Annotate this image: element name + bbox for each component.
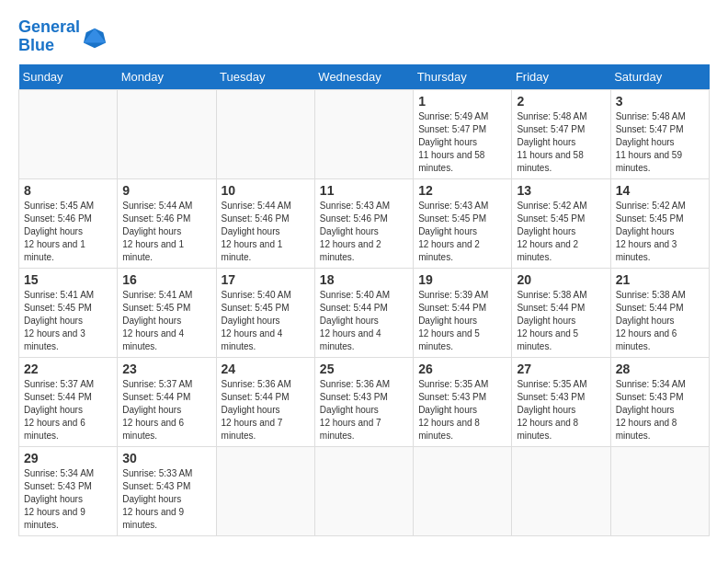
calendar-cell <box>314 89 413 178</box>
day-info: Sunrise: 5:49 AM Sunset: 5:47 PM Dayligh… <box>418 110 506 175</box>
day-number: 26 <box>418 362 506 376</box>
calendar-cell: 17 Sunrise: 5:40 AM Sunset: 5:45 PM Dayl… <box>216 268 314 357</box>
calendar-cell: 16 Sunrise: 5:41 AM Sunset: 5:45 PM Dayl… <box>118 268 216 357</box>
day-info: Sunrise: 5:37 AM Sunset: 5:44 PM Dayligh… <box>122 378 210 442</box>
day-info: Sunrise: 5:40 AM Sunset: 5:45 PM Dayligh… <box>222 289 310 353</box>
week-row-1: 8 Sunrise: 5:45 AM Sunset: 5:46 PM Dayli… <box>19 178 710 268</box>
dow-thursday: Thursday <box>414 64 512 90</box>
day-info: Sunrise: 5:43 AM Sunset: 5:45 PM Dayligh… <box>418 200 506 264</box>
day-info: Sunrise: 5:34 AM Sunset: 5:43 PM Dayligh… <box>616 378 704 442</box>
calendar-cell <box>414 446 512 535</box>
day-info: Sunrise: 5:41 AM Sunset: 5:45 PM Dayligh… <box>24 289 112 353</box>
day-number: 21 <box>616 272 704 287</box>
day-info: Sunrise: 5:36 AM Sunset: 5:43 PM Dayligh… <box>320 378 408 442</box>
calendar-table: SundayMondayTuesdayWednesdayThursdayFrid… <box>18 64 710 536</box>
week-row-2: 15 Sunrise: 5:41 AM Sunset: 5:45 PM Dayl… <box>19 268 710 357</box>
day-info: Sunrise: 5:36 AM Sunset: 5:44 PM Dayligh… <box>222 378 310 442</box>
day-number: 9 <box>122 183 210 198</box>
day-number: 17 <box>222 272 310 287</box>
calendar-cell <box>610 446 709 535</box>
day-info: Sunrise: 5:45 AM Sunset: 5:46 PM Dayligh… <box>24 200 112 264</box>
day-info: Sunrise: 5:48 AM Sunset: 5:47 PM Dayligh… <box>616 110 704 175</box>
logo-text: General Blue <box>18 18 80 55</box>
day-number: 18 <box>320 272 408 287</box>
calendar-cell <box>512 446 610 535</box>
calendar-cell: 26 Sunrise: 5:35 AM Sunset: 5:43 PM Dayl… <box>414 357 512 446</box>
calendar-cell: 10 Sunrise: 5:44 AM Sunset: 5:46 PM Dayl… <box>216 178 314 268</box>
calendar-cell <box>118 89 216 178</box>
calendar-cell: 3 Sunrise: 5:48 AM Sunset: 5:47 PM Dayli… <box>610 89 709 178</box>
day-info: Sunrise: 5:35 AM Sunset: 5:43 PM Dayligh… <box>517 378 605 442</box>
day-number: 24 <box>222 362 310 376</box>
day-number: 15 <box>24 272 112 287</box>
calendar-cell: 21 Sunrise: 5:38 AM Sunset: 5:44 PM Dayl… <box>610 268 709 357</box>
calendar-cell: 1 Sunrise: 5:49 AM Sunset: 5:47 PM Dayli… <box>414 89 512 178</box>
calendar-cell: 23 Sunrise: 5:37 AM Sunset: 5:44 PM Dayl… <box>118 357 216 446</box>
day-info: Sunrise: 5:44 AM Sunset: 5:46 PM Dayligh… <box>222 200 310 264</box>
calendar-cell: 11 Sunrise: 5:43 AM Sunset: 5:46 PM Dayl… <box>314 178 413 268</box>
calendar-cell <box>216 446 314 535</box>
day-number: 8 <box>24 183 112 198</box>
day-info: Sunrise: 5:38 AM Sunset: 5:44 PM Dayligh… <box>616 289 704 353</box>
day-info: Sunrise: 5:42 AM Sunset: 5:45 PM Dayligh… <box>517 200 605 264</box>
dow-tuesday: Tuesday <box>216 64 314 90</box>
day-number: 30 <box>122 451 210 465</box>
day-info: Sunrise: 5:48 AM Sunset: 5:47 PM Dayligh… <box>517 110 605 175</box>
day-number: 28 <box>616 362 704 376</box>
dow-monday: Monday <box>118 64 216 90</box>
calendar-cell: 2 Sunrise: 5:48 AM Sunset: 5:47 PM Dayli… <box>512 89 610 178</box>
calendar-cell: 9 Sunrise: 5:44 AM Sunset: 5:46 PM Dayli… <box>118 178 216 268</box>
calendar-body: 1 Sunrise: 5:49 AM Sunset: 5:47 PM Dayli… <box>19 89 710 535</box>
day-number: 25 <box>320 362 408 376</box>
calendar-cell <box>216 89 314 178</box>
calendar-cell: 25 Sunrise: 5:36 AM Sunset: 5:43 PM Dayl… <box>314 357 413 446</box>
dow-wednesday: Wednesday <box>314 64 413 90</box>
day-info: Sunrise: 5:34 AM Sunset: 5:43 PM Dayligh… <box>24 467 112 532</box>
day-info: Sunrise: 5:44 AM Sunset: 5:46 PM Dayligh… <box>122 200 210 264</box>
day-info: Sunrise: 5:37 AM Sunset: 5:44 PM Dayligh… <box>24 378 112 442</box>
day-number: 3 <box>616 94 704 109</box>
calendar-cell: 24 Sunrise: 5:36 AM Sunset: 5:44 PM Dayl… <box>216 357 314 446</box>
calendar-cell: 30 Sunrise: 5:33 AM Sunset: 5:43 PM Dayl… <box>118 446 216 535</box>
logo-icon <box>82 24 108 50</box>
week-row-4: 29 Sunrise: 5:34 AM Sunset: 5:43 PM Dayl… <box>19 446 710 535</box>
day-number: 14 <box>616 183 704 198</box>
calendar-cell: 8 Sunrise: 5:45 AM Sunset: 5:46 PM Dayli… <box>19 178 118 268</box>
day-info: Sunrise: 5:43 AM Sunset: 5:46 PM Dayligh… <box>320 200 408 264</box>
calendar-cell <box>19 89 118 178</box>
dow-sunday: Sunday <box>19 64 118 90</box>
logo: General Blue <box>18 18 108 55</box>
calendar-cell: 29 Sunrise: 5:34 AM Sunset: 5:43 PM Dayl… <box>19 446 118 535</box>
calendar-cell: 19 Sunrise: 5:39 AM Sunset: 5:44 PM Dayl… <box>414 268 512 357</box>
day-number: 23 <box>122 362 210 376</box>
day-info: Sunrise: 5:38 AM Sunset: 5:44 PM Dayligh… <box>517 289 605 353</box>
day-number: 10 <box>222 183 310 198</box>
day-info: Sunrise: 5:35 AM Sunset: 5:43 PM Dayligh… <box>418 378 506 442</box>
page-header: General Blue <box>18 18 710 55</box>
calendar-cell <box>314 446 413 535</box>
dow-saturday: Saturday <box>610 64 709 90</box>
day-number: 11 <box>320 183 408 198</box>
day-info: Sunrise: 5:42 AM Sunset: 5:45 PM Dayligh… <box>616 200 704 264</box>
calendar-cell: 12 Sunrise: 5:43 AM Sunset: 5:45 PM Dayl… <box>414 178 512 268</box>
calendar-cell: 15 Sunrise: 5:41 AM Sunset: 5:45 PM Dayl… <box>19 268 118 357</box>
calendar-cell: 22 Sunrise: 5:37 AM Sunset: 5:44 PM Dayl… <box>19 357 118 446</box>
calendar-cell: 18 Sunrise: 5:40 AM Sunset: 5:44 PM Dayl… <box>314 268 413 357</box>
calendar-cell: 14 Sunrise: 5:42 AM Sunset: 5:45 PM Dayl… <box>610 178 709 268</box>
calendar-cell: 13 Sunrise: 5:42 AM Sunset: 5:45 PM Dayl… <box>512 178 610 268</box>
day-info: Sunrise: 5:39 AM Sunset: 5:44 PM Dayligh… <box>418 289 506 353</box>
week-row-3: 22 Sunrise: 5:37 AM Sunset: 5:44 PM Dayl… <box>19 357 710 446</box>
day-info: Sunrise: 5:33 AM Sunset: 5:43 PM Dayligh… <box>122 467 210 532</box>
day-number: 13 <box>517 183 605 198</box>
calendar-cell: 27 Sunrise: 5:35 AM Sunset: 5:43 PM Dayl… <box>512 357 610 446</box>
week-row-0: 1 Sunrise: 5:49 AM Sunset: 5:47 PM Dayli… <box>19 89 710 178</box>
day-number: 1 <box>418 94 506 109</box>
day-number: 16 <box>122 272 210 287</box>
day-number: 2 <box>517 94 605 109</box>
dow-friday: Friday <box>512 64 610 90</box>
day-info: Sunrise: 5:41 AM Sunset: 5:45 PM Dayligh… <box>122 289 210 353</box>
day-number: 19 <box>418 272 506 287</box>
days-of-week-row: SundayMondayTuesdayWednesdayThursdayFrid… <box>19 64 710 90</box>
day-number: 20 <box>517 272 605 287</box>
day-info: Sunrise: 5:40 AM Sunset: 5:44 PM Dayligh… <box>320 289 408 353</box>
